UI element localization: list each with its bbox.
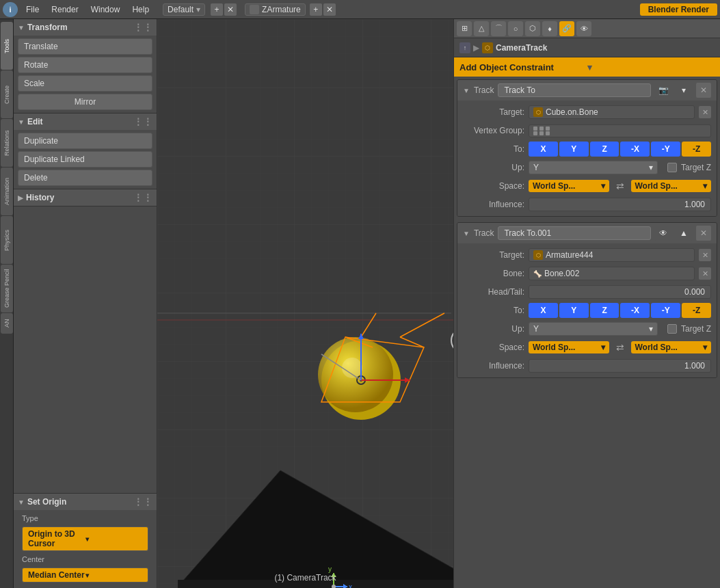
- constraint2-target-value[interactable]: ⬡ Armature444: [529, 248, 695, 262]
- constraint1-name-input[interactable]: [498, 83, 651, 97]
- breadcrumb-level2: ⬡ CameraTrack: [482, 42, 547, 53]
- constraint2-axis-y[interactable]: Y: [559, 303, 589, 318]
- menu-render[interactable]: Render: [46, 3, 83, 16]
- constraint2-target-clear[interactable]: ✕: [699, 249, 711, 261]
- constraint1-target-z-check[interactable]: [667, 163, 677, 172]
- origin-dropdown[interactable]: Origin to 3D Cursor ▾: [22, 526, 148, 551]
- constraint2-name-input[interactable]: [498, 226, 651, 240]
- constraint2-collapse[interactable]: ▼: [463, 230, 470, 237]
- constraint2-target-icon: ⬡: [533, 250, 543, 260]
- set-origin-dots[interactable]: ⋮⋮: [133, 496, 152, 507]
- mirror-btn[interactable]: Mirror: [18, 94, 152, 110]
- constraint2-axis-z[interactable]: Z: [590, 303, 619, 318]
- set-origin-header[interactable]: ▼ Set Origin ⋮⋮: [14, 494, 157, 510]
- svg-text:x: x: [349, 583, 352, 588]
- close-scene-btn[interactable]: ✕: [224, 3, 237, 16]
- constraint2-bone-value[interactable]: 🦴 Bone.002: [529, 267, 695, 280]
- constraint1-up-dropdown[interactable]: Y ▾: [529, 161, 658, 174]
- constraint2-axis-ny[interactable]: -Y: [651, 303, 680, 318]
- duplicate-linked-btn[interactable]: Duplicate Linked: [18, 151, 152, 168]
- close-scene-btn2[interactable]: ✕: [323, 3, 336, 16]
- rph-grid-icon[interactable]: ⊞: [457, 21, 472, 36]
- constraint2-up-btn[interactable]: ▲: [676, 226, 692, 241]
- transform-header[interactable]: ▼ Transform ⋮⋮: [14, 19, 157, 36]
- duplicate-btn[interactable]: Duplicate: [18, 133, 152, 149]
- constraint1-space1[interactable]: World Sp... ▾: [529, 180, 609, 192]
- rph-curve-icon[interactable]: ⌒: [491, 21, 506, 36]
- rph-armature-icon[interactable]: ♦: [542, 21, 557, 36]
- constraint1-axis-ny[interactable]: -Y: [651, 142, 680, 157]
- constraint2-eye-btn[interactable]: 👁: [655, 226, 671, 241]
- constraint2-bone-clear[interactable]: ✕: [699, 267, 711, 280]
- constraint2-close-btn[interactable]: ✕: [696, 226, 711, 241]
- left-panel: ▼ Transform ⋮⋮ Translate Rotate Scale Mi…: [14, 19, 157, 588]
- constraint1-down-btn[interactable]: ▾: [676, 83, 692, 98]
- constraint1-target-clear[interactable]: ✕: [699, 106, 711, 118]
- edit-dots[interactable]: ⋮⋮: [133, 116, 152, 127]
- menu-help[interactable]: Help: [126, 3, 155, 16]
- vtab-physics[interactable]: Physics: [1, 216, 13, 264]
- menu-window[interactable]: Window: [85, 3, 126, 16]
- constraint1-vg-grid: [533, 126, 551, 135]
- constraint1-camera-icon[interactable]: 📷: [655, 83, 671, 98]
- constraint2-up-row: Up: Y ▾ Target Z: [463, 321, 711, 336]
- constraint2-axes: X Y Z -X -Y -Z: [529, 303, 711, 318]
- constraint2-to-label: To:: [463, 306, 524, 315]
- constraint1-target-value[interactable]: ⬡ Cube.on.Bone: [529, 105, 695, 119]
- constraint2-headtail-bar[interactable]: 0.000: [529, 285, 711, 299]
- vtab-an[interactable]: AN: [1, 313, 13, 334]
- constraint1-axis-nz[interactable]: -Z: [682, 142, 711, 157]
- constraint2-axis-x[interactable]: X: [529, 303, 558, 318]
- constraint1-space-arrows: ⇄: [613, 181, 627, 191]
- constraint2-space1[interactable]: World Sp... ▾: [529, 341, 609, 353]
- constraint1-collapse[interactable]: ▼: [463, 87, 470, 94]
- history-dots[interactable]: ⋮⋮: [133, 192, 152, 203]
- add-scene-btn2[interactable]: +: [310, 3, 322, 16]
- blender-icon[interactable]: i: [3, 2, 18, 17]
- vtab-grease-pencil[interactable]: Grease Pencil: [1, 265, 13, 312]
- viewport-grid: x y Bone.001 Bone.002 Bone: [157, 19, 453, 588]
- constraint2-space2[interactable]: World Sp... ▾: [631, 341, 712, 353]
- constraint1-axis-z[interactable]: Z: [590, 142, 619, 157]
- history-header[interactable]: ▶ History ⋮⋮: [14, 189, 157, 206]
- workspace-selector[interactable]: Default ▾: [163, 3, 205, 16]
- edit-header[interactable]: ▼ Edit ⋮⋮: [14, 113, 157, 130]
- constraint2-target-z-label: Target Z: [681, 324, 711, 334]
- center-label: Center: [18, 554, 152, 565]
- constraint1-vg-field[interactable]: [529, 124, 711, 137]
- delete-btn[interactable]: Delete: [18, 170, 152, 186]
- vtab-create[interactable]: Create: [1, 70, 13, 118]
- add-scene-btn[interactable]: +: [211, 3, 223, 16]
- rph-meta-icon[interactable]: ○: [508, 21, 523, 36]
- constraint2-axis-nx[interactable]: -X: [620, 303, 650, 318]
- constraint1-influence-bar[interactable]: 1.000: [529, 198, 711, 211]
- viewport[interactable]: User Persp +: [157, 19, 453, 588]
- constraint2-up-dropdown[interactable]: Y ▾: [529, 322, 658, 336]
- vtab-animation[interactable]: Animation: [1, 168, 13, 215]
- constraint-header-1: ▼ Track 📷 ▾ ✕: [457, 80, 717, 101]
- vtab-tools[interactable]: Tools: [1, 22, 13, 70]
- constraint1-axis-nx[interactable]: -X: [620, 142, 650, 157]
- constraint2-target-z-check[interactable]: [667, 324, 677, 334]
- rph-mesh-icon[interactable]: △: [474, 21, 489, 36]
- add-constraint-bar[interactable]: Add Object Constraint ▾: [454, 57, 720, 77]
- rph-chain-icon[interactable]: 🔗: [559, 21, 574, 36]
- constraint1-axis-x[interactable]: X: [529, 142, 558, 157]
- render-engine-btn[interactable]: Blender Render: [640, 3, 717, 16]
- constraint2-bone-icon: 🦴: [533, 270, 542, 278]
- rph-vis-icon[interactable]: 👁: [576, 21, 591, 36]
- constraint1-space2[interactable]: World Sp... ▾: [631, 180, 712, 192]
- transform-dots[interactable]: ⋮⋮: [133, 22, 152, 33]
- scene-selector[interactable]: ZArmature: [245, 3, 306, 16]
- rotate-btn[interactable]: Rotate: [18, 57, 152, 73]
- menu-file[interactable]: File: [21, 3, 44, 16]
- translate-btn[interactable]: Translate: [18, 38, 152, 55]
- center-dropdown[interactable]: Median Center ▾: [22, 567, 148, 583]
- constraint1-close-btn[interactable]: ✕: [696, 83, 711, 98]
- constraint2-axis-nz[interactable]: -Z: [682, 303, 711, 318]
- vtab-relations[interactable]: Relations: [1, 119, 13, 167]
- constraint1-axis-y[interactable]: Y: [559, 142, 589, 157]
- constraint2-influence-bar[interactable]: 1.000: [529, 359, 711, 373]
- scale-btn[interactable]: Scale: [18, 75, 152, 92]
- rph-surface-icon[interactable]: ⬡: [525, 21, 540, 36]
